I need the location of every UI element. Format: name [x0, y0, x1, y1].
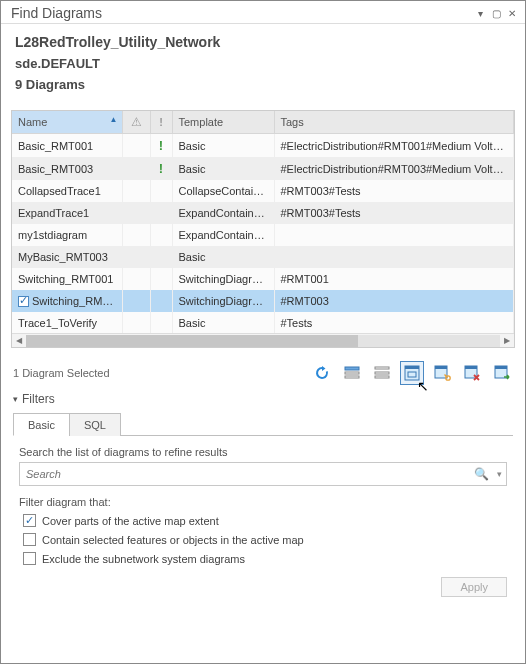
- window-title: Find Diagrams: [11, 5, 102, 21]
- export-diagram-button[interactable]: [491, 362, 513, 384]
- checkbox-cover-extent[interactable]: [23, 514, 36, 527]
- table-row[interactable]: Switching_RMT003SwitchingDiagrams#RMT003: [12, 290, 514, 312]
- horizontal-scrollbar[interactable]: ◀ ▶: [12, 333, 514, 347]
- maximize-icon[interactable]: ▢: [489, 6, 503, 20]
- cell-warn: [122, 312, 150, 334]
- label-exclude-subnetwork: Exclude the subnetwork system diagrams: [42, 553, 245, 565]
- svg-rect-2: [345, 376, 359, 378]
- search-dropdown-icon[interactable]: ▾: [492, 469, 506, 479]
- remove-diagram-button[interactable]: [461, 362, 483, 384]
- add-diagram-button[interactable]: [431, 362, 453, 384]
- table-row[interactable]: MyBasic_RMT003Basic: [12, 246, 514, 268]
- table-row[interactable]: Basic_RMT003!Basic#ElectricDistribution#…: [12, 157, 514, 180]
- cell-name: Switching_RMT003: [12, 290, 122, 312]
- cell-name: MyBasic_RMT003: [12, 246, 122, 268]
- cell-warn: [122, 134, 150, 158]
- cell-template: Basic: [172, 157, 274, 180]
- cell-flag: [150, 290, 172, 312]
- table-row[interactable]: Basic_RMT001!Basic#ElectricDistribution#…: [12, 134, 514, 158]
- clear-selection-button[interactable]: [371, 362, 393, 384]
- refresh-button[interactable]: [311, 362, 333, 384]
- warning-icon: ⚠: [131, 115, 142, 129]
- svg-rect-7: [405, 366, 419, 369]
- svg-rect-5: [375, 376, 389, 378]
- cell-name: CollapsedTrace1: [12, 180, 122, 202]
- label-contain-features: Contain selected features or objects in …: [42, 534, 304, 546]
- tab-sql[interactable]: SQL: [69, 413, 121, 436]
- svg-rect-4: [375, 372, 389, 374]
- col-header-name[interactable]: Name ▲: [12, 111, 122, 134]
- cell-template: CollapseContainers: [172, 180, 274, 202]
- col-header-flag[interactable]: !: [150, 111, 172, 134]
- cell-name: Trace1_ToVerify: [12, 312, 122, 334]
- cell-template: Basic: [172, 246, 274, 268]
- cell-warn: [122, 268, 150, 290]
- cell-flag: [150, 312, 172, 334]
- cell-flag: [150, 268, 172, 290]
- search-icon[interactable]: 🔍: [470, 467, 492, 481]
- network-name: L28RedTrolley_Utility_Network: [15, 34, 511, 50]
- cell-warn: [122, 290, 150, 312]
- cell-tags: #ElectricDistribution#RMT001#Medium Volt…: [274, 134, 514, 158]
- cell-name: ExpandTrace1: [12, 202, 122, 224]
- cell-tags: [274, 224, 514, 246]
- cell-template: SwitchingDiagrams: [172, 268, 274, 290]
- context-name: sde.DEFAULT: [15, 56, 511, 71]
- col-header-tags[interactable]: Tags: [274, 111, 514, 134]
- cell-tags: #ElectricDistribution#RMT003#Medium Volt…: [274, 157, 514, 180]
- sort-asc-icon: ▲: [110, 115, 118, 124]
- cell-flag: [150, 202, 172, 224]
- open-diagram-button[interactable]: ↖: [401, 362, 423, 384]
- cell-tags: #RMT003: [274, 290, 514, 312]
- cell-flag: [150, 180, 172, 202]
- cell-tags: #Tests: [274, 312, 514, 334]
- col-header-template[interactable]: Template: [172, 111, 274, 134]
- close-icon[interactable]: ✕: [505, 6, 519, 20]
- cell-warn: [122, 157, 150, 180]
- label-cover-extent: Cover parts of the active map extent: [42, 515, 219, 527]
- cell-tags: #RMT003#Tests: [274, 202, 514, 224]
- cell-warn: [122, 202, 150, 224]
- cell-name: Basic_RMT003: [12, 157, 122, 180]
- selection-status: 1 Diagram Selected: [13, 367, 110, 379]
- cell-flag: [150, 246, 172, 268]
- diagram-count: 9 Diagrams: [15, 77, 511, 92]
- cell-template: Basic: [172, 312, 274, 334]
- dropdown-icon[interactable]: ▾: [473, 6, 487, 20]
- cell-template: ExpandContainers: [172, 224, 274, 246]
- cell-template: SwitchingDiagrams: [172, 290, 274, 312]
- diagrams-table: Name ▲ ⚠ ! Template Tags Basic_RMT001!Ba…: [11, 110, 515, 348]
- cell-name: my1stdiagram: [12, 224, 122, 246]
- cell-name: Basic_RMT001: [12, 134, 122, 158]
- cell-flag: [150, 224, 172, 246]
- svg-rect-1: [345, 372, 359, 374]
- search-input[interactable]: [20, 464, 470, 484]
- cell-warn: [122, 224, 150, 246]
- cell-flag: !: [150, 134, 172, 158]
- table-row[interactable]: Switching_RMT001SwitchingDiagrams#RMT001: [12, 268, 514, 290]
- table-row[interactable]: my1stdiagramExpandContainers: [12, 224, 514, 246]
- apply-button[interactable]: Apply: [441, 577, 507, 597]
- cell-tags: [274, 246, 514, 268]
- select-all-button[interactable]: [341, 362, 363, 384]
- filter-group-label: Filter diagram that:: [19, 496, 507, 508]
- tab-basic[interactable]: Basic: [13, 413, 70, 436]
- table-row[interactable]: Trace1_ToVerifyBasic#Tests: [12, 312, 514, 334]
- checkbox-contain-features[interactable]: [23, 533, 36, 546]
- filters-toggle[interactable]: ▾ Filters: [13, 392, 513, 406]
- cell-template: ExpandContainers: [172, 202, 274, 224]
- table-row[interactable]: CollapsedTrace1CollapseContainers#RMT003…: [12, 180, 514, 202]
- cell-warn: [122, 180, 150, 202]
- svg-rect-15: [495, 366, 507, 369]
- search-label: Search the list of diagrams to refine re…: [19, 446, 507, 458]
- svg-rect-0: [345, 367, 359, 370]
- row-checkbox[interactable]: [18, 296, 29, 307]
- table-row[interactable]: ExpandTrace1ExpandContainers#RMT003#Test…: [12, 202, 514, 224]
- scroll-right-icon[interactable]: ▶: [500, 334, 514, 348]
- flag-icon: !: [159, 116, 163, 128]
- checkbox-exclude-subnetwork[interactable]: [23, 552, 36, 565]
- chevron-down-icon: ▾: [13, 394, 18, 404]
- cell-flag: !: [150, 157, 172, 180]
- scroll-left-icon[interactable]: ◀: [12, 334, 26, 348]
- col-header-warn[interactable]: ⚠: [122, 111, 150, 134]
